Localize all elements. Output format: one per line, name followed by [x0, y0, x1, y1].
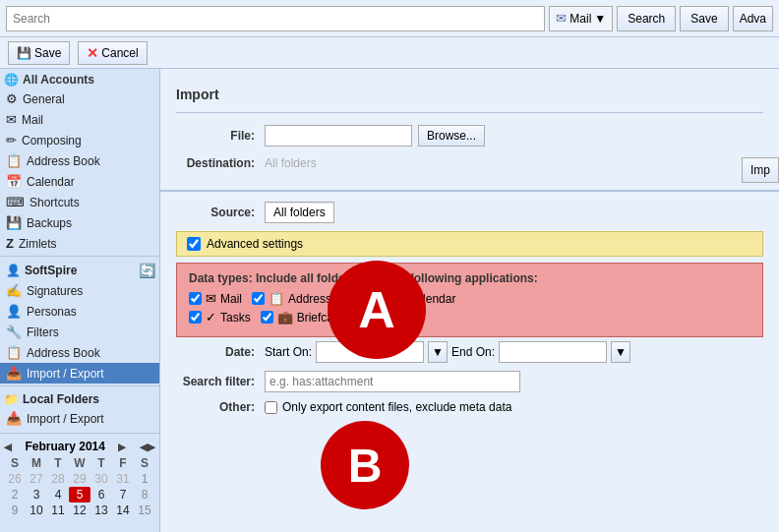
type-calendar: 📅 Calendar [372, 291, 456, 306]
all-accounts-header[interactable]: 🌐 All Accounts [0, 69, 159, 89]
sidebar-divider [0, 256, 159, 257]
cal-day[interactable]: 10 [26, 502, 47, 518]
mail-checkbox[interactable] [189, 292, 202, 305]
briefcase-type-icon: 💼 [277, 310, 293, 325]
calendar-header: ◀ February 2014 ▶ ◀▶ [4, 438, 155, 455]
file-control: Browse... [265, 125, 485, 147]
briefcase-checkbox[interactable] [261, 311, 273, 324]
date-row: Date: Start On: ▼ End On: ▼ [176, 341, 763, 363]
import-button[interactable]: Imp [742, 157, 779, 183]
cal-prev-button[interactable]: ◀ [4, 442, 12, 452]
search-input[interactable] [6, 6, 545, 31]
sidebar-item-composing[interactable]: ✏ Composing [0, 130, 159, 150]
address-book-checkbox[interactable] [252, 292, 265, 305]
advanced-settings-checkbox[interactable] [187, 237, 201, 251]
sidebar-divider2 [0, 385, 159, 386]
source-row: Source: All folders [176, 202, 763, 223]
sidebar-label-address-book2: Address Book [27, 346, 100, 360]
composing-icon: ✏ [6, 133, 17, 148]
cal-day[interactable]: 2 [4, 487, 26, 502]
sidebar-label-import-export: Import / Export [27, 367, 104, 381]
calendar-title: February 2014 [26, 440, 105, 453]
mail-icon: ✉ [6, 112, 17, 127]
other-checkbox[interactable] [265, 401, 277, 414]
sidebar-item-shortcuts[interactable]: ⌨ Shortcuts [0, 192, 159, 212]
cal-day[interactable]: 3 [26, 487, 47, 502]
type-mail: ✉ Mail [189, 291, 242, 306]
personas-icon: 👤 [6, 304, 22, 319]
search-button[interactable]: Search [617, 6, 676, 31]
cal-day[interactable]: 9 [4, 502, 26, 518]
cal-day[interactable]: 30 [90, 471, 112, 487]
cal-day[interactable]: 11 [47, 502, 69, 518]
cal-day[interactable]: 12 [69, 502, 90, 518]
cal-day[interactable]: 14 [112, 502, 134, 518]
local-folders-header[interactable]: 📁 Local Folders [0, 388, 159, 408]
cal-day[interactable]: 13 [90, 502, 112, 518]
advanced-button[interactable]: Adva [733, 6, 773, 31]
file-input[interactable] [265, 125, 412, 147]
data-types-row2: ✓ Tasks 💼 Briefcase [189, 310, 750, 325]
calendar-icon: 📅 [6, 174, 22, 189]
sidebar-item-import-export[interactable]: 📥 Import / Export [0, 363, 159, 384]
end-date-input[interactable] [499, 341, 607, 363]
cal-header-s1: S [4, 455, 26, 471]
save-button[interactable]: 💾 Save [8, 41, 70, 65]
cal-day[interactable]: 26 [4, 471, 26, 487]
tasks-checkbox[interactable] [189, 311, 202, 324]
data-types-label: Data types: Include all folders from the… [189, 271, 750, 285]
sync-icon: 🔄 [139, 263, 155, 278]
save-top-button[interactable]: Save [680, 6, 728, 31]
browse-button[interactable]: Browse... [418, 125, 485, 147]
cal-header-t2: T [90, 455, 112, 471]
end-date-dropdown[interactable]: ▼ [611, 341, 630, 363]
cal-day[interactable]: 15 [134, 502, 155, 518]
sidebar-item-mail[interactable]: ✉ Mail [0, 109, 159, 130]
cal-day[interactable]: 4 [47, 487, 69, 502]
softspire-icon: 👤 [6, 264, 21, 277]
cal-day[interactable]: 7 [112, 487, 134, 502]
sidebar-item-filters[interactable]: 🔧 Filters [0, 322, 159, 342]
start-date-input[interactable] [316, 341, 424, 363]
start-label: Start On: [265, 345, 312, 359]
cal-day[interactable]: 5 [69, 487, 90, 502]
cal-header-s2: S [134, 455, 155, 471]
sidebar-item-backups[interactable]: 💾 Backups [0, 212, 159, 233]
sidebar-item-signatures[interactable]: ✍ Signatures [0, 280, 159, 301]
cal-next-button[interactable]: ▶ [118, 442, 126, 452]
end-label: End On: [451, 345, 495, 359]
sidebar-item-address-book2[interactable]: 📋 Address Book [0, 342, 159, 363]
cal-day[interactable]: 6 [90, 487, 112, 502]
source-label: Source: [176, 206, 265, 219]
zimlets-icon: Z [6, 236, 14, 251]
cal-day[interactable]: 28 [47, 471, 69, 487]
sidebar-item-calendar[interactable]: 📅 Calendar [0, 171, 159, 192]
cal-day[interactable]: 29 [69, 471, 90, 487]
cal-expand-button[interactable]: ◀▶ [140, 442, 155, 452]
signatures-icon: ✍ [6, 283, 22, 298]
sidebar-item-general[interactable]: ⚙ General [0, 89, 159, 109]
cal-day[interactable]: 8 [134, 487, 155, 502]
shortcuts-icon: ⌨ [6, 195, 25, 209]
sidebar-label-address-book: Address Book [27, 154, 100, 168]
all-folders-button[interactable]: All folders [265, 202, 334, 223]
softspire-header[interactable]: 👤 SoftSpire 🔄 [0, 259, 159, 280]
cancel-button[interactable]: ✕ Cancel [78, 41, 147, 65]
sidebar-item-address-book[interactable]: 📋 Address Book [0, 150, 159, 171]
cal-day[interactable]: 1 [134, 471, 155, 487]
calendar-checkbox[interactable] [372, 292, 385, 305]
sidebar-item-import-export2[interactable]: 📥 Import / Export [0, 408, 159, 429]
softspire-label: SoftSpire [25, 264, 77, 277]
sidebar-label-shortcuts: Shortcuts [30, 196, 80, 209]
data-types-sublabel: Include all folders from the following a… [256, 271, 538, 285]
start-date-dropdown[interactable]: ▼ [428, 341, 448, 363]
cal-day[interactable]: 27 [26, 471, 47, 487]
mail-dropdown[interactable]: ✉ Mail ▼ [549, 6, 613, 31]
local-folders-label: Local Folders [23, 392, 99, 406]
sidebar-item-personas[interactable]: 👤 Personas [0, 301, 159, 322]
main-area: 🌐 All Accounts ⚙ General ✉ Mail ✏ Compos… [0, 69, 779, 532]
filter-input[interactable] [265, 371, 520, 392]
envelope-icon: ✉ [556, 11, 567, 26]
sidebar-item-zimlets[interactable]: Z Zimlets [0, 233, 159, 254]
cal-day[interactable]: 31 [112, 471, 134, 487]
